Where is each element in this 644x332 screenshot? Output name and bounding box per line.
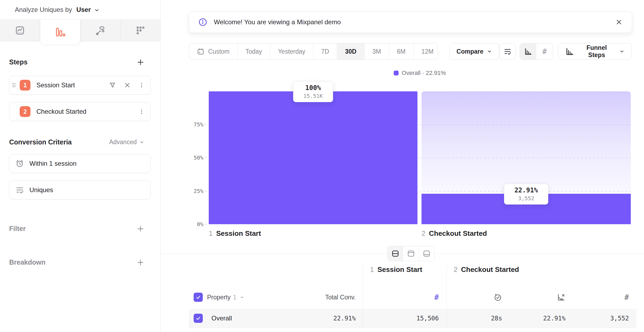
add-step-button[interactable]	[137, 58, 144, 66]
date-range-label: 3M	[372, 48, 381, 55]
plus-icon	[137, 259, 144, 266]
mode-absolute-numbers[interactable]: #	[536, 43, 553, 60]
date-range-12m[interactable]: 12M	[414, 43, 438, 60]
filter-title: Filter	[9, 225, 26, 233]
tab-insights[interactable]	[0, 20, 40, 41]
x-axis-label-step-1: 1 Session Start	[209, 229, 261, 238]
report-tabbar	[0, 19, 160, 42]
tab-retention[interactable]	[121, 20, 160, 41]
date-range-yesterday[interactable]: Yesterday	[270, 43, 313, 60]
banner-message: Welcome! You are viewing a Mixpanel demo	[214, 18, 341, 26]
flows-icon	[95, 26, 105, 35]
date-range-custom[interactable]: Custom	[189, 43, 238, 60]
y-axis-tickmark	[204, 224, 207, 224]
y-axis-tick: 75%	[182, 121, 203, 128]
group-step-number: 1	[370, 265, 374, 274]
step-label[interactable]: Checkout Started	[36, 108, 86, 115]
total-conv-header: Total Conv.	[325, 294, 363, 301]
group-step-number: 2	[454, 265, 457, 274]
funnel-dropoff-area-checkout-started[interactable]	[422, 91, 631, 194]
metric-header-step1-count[interactable]: #	[363, 286, 446, 309]
tab-flows[interactable]	[80, 20, 121, 41]
date-range-label: 30D	[345, 48, 356, 55]
filter-section-head: Filter	[9, 225, 151, 233]
analyze-entity-dropdown[interactable]: User	[76, 6, 91, 13]
analyze-label: Analyze Uniques by	[15, 6, 72, 13]
chevron-down-icon	[239, 295, 244, 299]
layout-table-view-button[interactable]	[419, 246, 434, 261]
date-range-today[interactable]: Today	[238, 43, 270, 60]
step-badge: 1	[20, 80, 30, 91]
date-range-7d[interactable]: 7D	[313, 43, 337, 60]
date-range-label: 12M	[422, 48, 434, 55]
metric-header-time-to-convert[interactable]	[446, 286, 510, 309]
table-row-overall-left: Overall 22.91%	[189, 309, 363, 328]
date-range-label: 6M	[397, 48, 406, 55]
legend-series-value: 22.91%	[426, 70, 446, 76]
counting-method-label[interactable]: Uniques	[29, 186, 53, 194]
step-label[interactable]: Session Start	[36, 81, 75, 89]
date-range-6m[interactable]: 6M	[389, 43, 414, 60]
chevron-down-icon[interactable]	[94, 7, 100, 13]
step-filter-button[interactable]	[109, 82, 116, 89]
list-check-icon	[15, 186, 24, 194]
compare-button[interactable]: Compare	[449, 43, 499, 60]
tab-funnels[interactable]	[40, 20, 80, 44]
date-range-3m[interactable]: 3M	[365, 43, 389, 60]
metric-header-step2-count[interactable]: #	[573, 286, 636, 309]
filter-funnel-icon	[109, 82, 116, 89]
step-menu-button[interactable]	[139, 82, 145, 88]
y-axis-tickmark	[204, 124, 207, 125]
conversion-rate-chart-icon	[557, 293, 566, 302]
advanced-dropdown[interactable]: Advanced	[109, 139, 144, 146]
y-axis-tick: 50%	[182, 154, 203, 161]
hash-icon: #	[624, 293, 629, 302]
row-checkbox[interactable]	[194, 314, 203, 323]
mixpanel-funnel-app: Analyze Uniques by User	[0, 0, 644, 332]
row-step2-count: 3,552	[573, 309, 636, 328]
select-all-checkbox[interactable]	[194, 293, 203, 302]
step-badge: 2	[20, 106, 30, 117]
layout-split-view-button[interactable]	[388, 246, 403, 261]
banner-close-button[interactable]	[615, 18, 623, 26]
step-remove-button[interactable]	[124, 82, 131, 88]
steps-section-head: Steps	[9, 58, 151, 66]
date-range-label: Custom	[208, 48, 229, 55]
layout-chart-view-button[interactable]	[403, 246, 419, 261]
property-dropdown[interactable]: Property 1	[207, 294, 244, 301]
date-range-30d[interactable]: 30D	[337, 43, 364, 60]
funnel-bar-session-start[interactable]	[209, 91, 417, 224]
metric-header-conv-rate[interactable]	[510, 286, 573, 309]
conversion-window-card[interactable]: Within 1 session	[9, 154, 151, 173]
y-axis-tick: 0%	[182, 221, 203, 227]
step-card-1[interactable]: 1 Session Start	[9, 76, 151, 95]
panel-layout-toggle	[387, 246, 435, 261]
legend-swatch	[394, 71, 399, 75]
row-total-conv: 22.91%	[333, 315, 363, 322]
layout-split-icon	[392, 250, 399, 257]
compare-label: Compare	[457, 48, 484, 55]
report-main: Welcome! You are viewing a Mixpanel demo…	[161, 0, 644, 332]
add-breakdown-button[interactable]	[137, 259, 144, 266]
conversion-criteria-head: Conversion Criteria Advanced	[9, 138, 151, 146]
counting-method-card[interactable]: Uniques	[9, 181, 151, 199]
kebab-icon	[139, 82, 145, 88]
step-card-2[interactable]: 2 Checkout Started	[9, 102, 151, 121]
close-icon	[615, 18, 623, 26]
advanced-label: Advanced	[109, 139, 137, 146]
x-axis-label-step-2: 2 Checkout Started	[422, 229, 487, 238]
results-table: 1 Session Start 2 Checkout Started Prope…	[189, 265, 636, 328]
step-menu-button[interactable]	[139, 109, 145, 115]
drag-handle-icon[interactable]	[12, 83, 16, 87]
info-icon	[198, 18, 207, 27]
y-axis-tickmark	[204, 191, 207, 191]
mode-percent-bars[interactable]	[520, 43, 536, 60]
group-step-name: Session Start	[377, 265, 422, 274]
uniques-toggle-button[interactable]	[499, 43, 516, 60]
chart-type-dropdown[interactable]: Funnel Steps	[558, 43, 632, 60]
date-range-selector: Custom Today Yesterday 7D 30D 3M 6M 12M	[189, 43, 438, 60]
legend-text[interactable]: Overall · 22.91%	[402, 70, 446, 77]
step-number: 1	[209, 229, 213, 238]
add-filter-button[interactable]	[137, 225, 144, 233]
conversion-window-label[interactable]: Within 1 session	[29, 160, 77, 167]
